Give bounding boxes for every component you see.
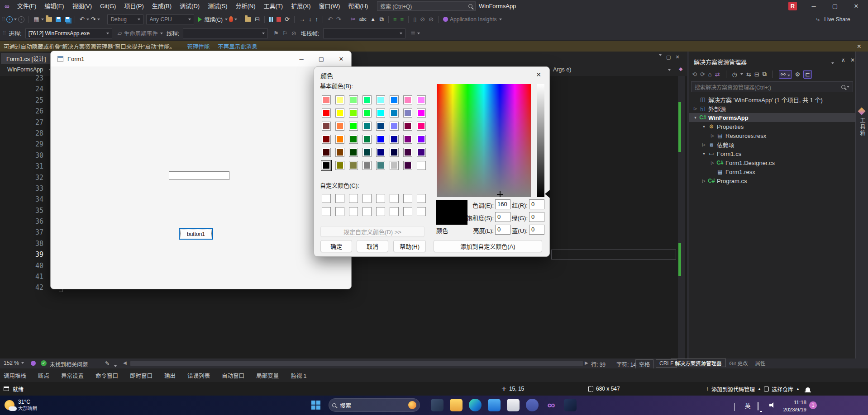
windows-start-button[interactable] bbox=[311, 401, 320, 410]
tree-item[interactable]: ▷ ⧈ 依赖项 bbox=[689, 140, 856, 149]
app-insights-dropdown-icon[interactable] bbox=[499, 19, 502, 20]
minimize-button[interactable]: ─ bbox=[803, 0, 824, 12]
color-swatch[interactable] bbox=[335, 161, 344, 170]
select-repository-button[interactable]: 选择仓库 ▲ bbox=[764, 385, 800, 393]
add-item-icon[interactable] bbox=[245, 17, 251, 22]
lifecycle-dropdown-icon[interactable] bbox=[160, 33, 163, 34]
menu-item[interactable]: 项目(P) bbox=[120, 0, 148, 12]
line-number[interactable]: 29 bbox=[0, 139, 47, 150]
zoom-combo[interactable]: 152 % bbox=[4, 360, 24, 366]
input-language-indicator[interactable]: 英 bbox=[745, 401, 751, 410]
color-swatch[interactable] bbox=[417, 108, 426, 118]
output-window-icon[interactable] bbox=[4, 387, 9, 391]
custom-color-swatch[interactable] bbox=[417, 207, 426, 216]
bottom-panel-tab[interactable]: 断点 bbox=[38, 371, 49, 380]
color-swatch[interactable] bbox=[362, 161, 372, 170]
brush-dropdown-icon[interactable] bbox=[114, 362, 117, 368]
custom-color-swatch[interactable] bbox=[376, 207, 385, 216]
blue-field[interactable]: 0 bbox=[529, 225, 544, 235]
solution-search-box[interactable]: 搜索解决方案资源管理器(Ctrl+;) bbox=[691, 81, 853, 92]
color-swatch[interactable] bbox=[390, 122, 399, 131]
color-swatch[interactable] bbox=[403, 161, 412, 170]
navigate-back-icon[interactable]: ‹ bbox=[6, 16, 13, 23]
intellicode-diamond-icon[interactable]: ◆ bbox=[679, 66, 682, 72]
tree-item[interactable]: ▷ ◱ 外部源 bbox=[689, 104, 856, 113]
visual-studio-icon[interactable]: ∞ bbox=[545, 399, 558, 411]
scroll-left-icon[interactable]: ◀ bbox=[123, 360, 127, 365]
color-swatch[interactable] bbox=[349, 161, 358, 170]
toolbar-grip[interactable]: ⠿ bbox=[2, 17, 5, 22]
open-file-icon[interactable] bbox=[46, 17, 52, 22]
menu-item[interactable]: 调试(D) bbox=[176, 0, 204, 12]
redo-icon[interactable]: ↷ bbox=[91, 16, 96, 22]
tree-item[interactable]: ▷ ▤ Resources.resx bbox=[689, 131, 856, 140]
expander-icon[interactable]: ▷ bbox=[692, 106, 699, 111]
color-swatch[interactable] bbox=[335, 135, 344, 144]
break-all-icon[interactable] bbox=[269, 17, 273, 22]
copy-icon[interactable]: ⧉ bbox=[380, 16, 384, 22]
hot-reload-dropdown-icon[interactable] bbox=[234, 19, 237, 20]
menu-item[interactable]: 测试(S) bbox=[204, 0, 231, 12]
step-over-icon[interactable]: → bbox=[299, 16, 305, 22]
add-to-source-control-button[interactable]: ↑ 添加到源代码管理 ▲ bbox=[706, 385, 761, 393]
custom-color-swatch[interactable] bbox=[322, 207, 331, 216]
line-number[interactable]: 35 bbox=[0, 205, 47, 216]
expander-icon[interactable]: ▷ bbox=[701, 179, 707, 183]
line-number[interactable]: 37 bbox=[0, 227, 47, 238]
expander-icon[interactable]: ▾ bbox=[701, 151, 707, 156]
scroll-right-icon[interactable]: ▶ bbox=[585, 360, 588, 365]
toolbar-grip[interactable]: ⠿ bbox=[3, 31, 6, 36]
color-swatch[interactable] bbox=[322, 148, 331, 157]
color-swatch[interactable] bbox=[322, 108, 331, 118]
custom-color-swatch[interactable] bbox=[322, 194, 331, 203]
form1-title-bar[interactable]: Form1 ─ ▢ ✕ bbox=[51, 51, 351, 66]
color-swatch[interactable] bbox=[390, 95, 399, 104]
spaces-toggle[interactable]: 空格 bbox=[635, 359, 653, 369]
format-brush-icon[interactable]: ✎ bbox=[105, 360, 110, 367]
menu-item[interactable]: Git(G) bbox=[96, 0, 120, 12]
save-all-icon[interactable] bbox=[65, 17, 70, 22]
menu-item[interactable]: 生成(B) bbox=[148, 0, 176, 12]
maximize-button[interactable]: ▢ bbox=[825, 0, 845, 12]
hue-saturation-gradient[interactable] bbox=[437, 84, 531, 197]
expander-icon[interactable]: ▷ bbox=[709, 133, 716, 138]
color-swatch[interactable] bbox=[403, 148, 412, 157]
panel-bottom-tab[interactable]: 属性 bbox=[751, 358, 769, 367]
panel-bottom-tab[interactable]: 解决方案资源管理器 bbox=[671, 358, 726, 367]
color-swatch[interactable] bbox=[362, 135, 372, 144]
indent-increase-icon[interactable]: ≡ bbox=[401, 16, 404, 22]
color-swatch[interactable] bbox=[349, 95, 358, 104]
pending-changes-icon[interactable]: ◷ bbox=[732, 71, 737, 78]
line-number[interactable]: 42 bbox=[0, 282, 47, 293]
flag-icon[interactable]: ⚑ bbox=[273, 30, 279, 36]
color-swatch[interactable] bbox=[390, 148, 399, 157]
application-insights-icon[interactable] bbox=[443, 17, 448, 22]
menu-item[interactable]: 扩展(X) bbox=[287, 0, 315, 12]
thread-combo[interactable] bbox=[183, 28, 268, 38]
menu-item[interactable]: 窗口(W) bbox=[315, 0, 344, 12]
panel-close-icon[interactable]: ✕ bbox=[850, 57, 855, 63]
file-explorer-icon[interactable] bbox=[450, 399, 463, 411]
navigate-forward-icon[interactable]: › bbox=[18, 16, 24, 23]
line-number-gutter[interactable]: 2324252627282930313233343536373839404142 bbox=[0, 73, 47, 293]
color-swatch[interactable] bbox=[403, 122, 412, 131]
color-swatch[interactable] bbox=[362, 122, 372, 131]
color-swatch[interactable] bbox=[322, 122, 331, 131]
line-number[interactable]: 23 bbox=[0, 73, 47, 84]
notifications-bell-icon[interactable] bbox=[806, 387, 810, 393]
notepad-icon[interactable] bbox=[507, 399, 520, 411]
solution-platform-combo[interactable]: Any CPU bbox=[146, 14, 194, 24]
line-number[interactable]: 34 bbox=[0, 194, 47, 205]
copy-path-icon[interactable]: ⧉ bbox=[763, 71, 767, 78]
lifecycle-label[interactable]: 生命周期事件 bbox=[124, 29, 158, 38]
line-number[interactable]: 25 bbox=[0, 95, 47, 106]
expander-icon[interactable]: ▾ bbox=[692, 115, 699, 120]
menu-item[interactable]: 分析(N) bbox=[231, 0, 259, 12]
add-custom-color-button[interactable]: 添加到自定义颜色(A) bbox=[434, 240, 542, 252]
expander-icon[interactable]: ▾ bbox=[701, 124, 707, 129]
expander-icon[interactable]: ▷ bbox=[709, 160, 716, 165]
tree-item[interactable]: ◫ 解决方案 'WinFormsApp' (1 个项目, 共 1 个) bbox=[689, 95, 856, 104]
button1[interactable]: button1 bbox=[179, 228, 213, 240]
line-number[interactable]: 30 bbox=[0, 150, 47, 161]
color-swatch[interactable] bbox=[417, 95, 426, 104]
